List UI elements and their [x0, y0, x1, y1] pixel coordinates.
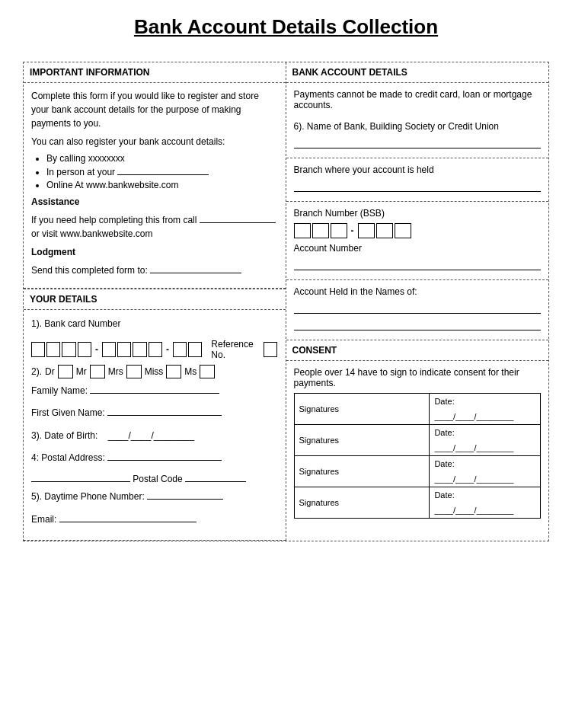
date-label-4: Date:: [434, 490, 535, 500]
consent-header: CONSENT: [286, 340, 549, 361]
ms-label: Ms: [184, 366, 197, 377]
bsb-boxes[interactable]: -: [294, 223, 542, 238]
consent-row-2: Signatures Date: ____/____/________: [294, 425, 541, 456]
mr-checkbox[interactable]: [90, 365, 105, 378]
signatures-label-3: Signatures: [299, 467, 340, 476]
your-details-header: YOUR DETAILS: [24, 289, 286, 310]
miss-checkbox[interactable]: [166, 365, 181, 378]
postal-row: 4: Postal Address:: [31, 450, 278, 467]
sig-cell-1[interactable]: Signatures: [294, 394, 430, 425]
bsb-box-2[interactable]: [312, 223, 329, 238]
ms-checkbox[interactable]: [200, 365, 215, 378]
phone-label: 5). Daytime Phone Number:: [31, 491, 145, 502]
bank-card-boxes[interactable]: - - Reference No.: [31, 339, 278, 360]
assistance-text: If you need help completing this from ca…: [31, 213, 278, 241]
family-name-label: Family Name:: [31, 385, 88, 396]
card-box-8[interactable]: [149, 342, 162, 357]
card-box-7[interactable]: [133, 342, 146, 357]
bsb-label: Branch Number (BSB): [294, 208, 542, 219]
date-cell-2: Date: ____/____/________: [430, 425, 541, 456]
postal-label: 4: Postal Address:: [31, 452, 105, 463]
bank-account-header: BANK ACCOUNT DETAILS: [286, 62, 549, 83]
account-held-label: Account Held in the Names of:: [294, 286, 542, 297]
bsb-box-1[interactable]: [294, 223, 311, 238]
mrs-label: Mrs: [108, 366, 123, 377]
first-name-label: First Given Name:: [31, 407, 105, 418]
payments-note: Payments cannot be made to credit card, …: [294, 89, 542, 110]
family-name-row: Family Name:: [31, 383, 278, 400]
important-info-header: IMPORTANT INFORMATION: [24, 62, 286, 83]
lodgment-text: Send this completed form to:: [31, 263, 278, 277]
bank-name-field[interactable]: [294, 138, 542, 148]
sig-cell-2[interactable]: Signatures: [294, 425, 430, 456]
account-held-section: Account Held in the Names of:: [286, 280, 549, 340]
reference-label: Reference No.: [211, 339, 259, 360]
consent-row-1: Signatures Date: ____/____/________: [294, 394, 541, 425]
consent-row-3: Signatures Date: ____/____/________: [294, 456, 541, 487]
date-cell-1: Date: ____/____/________: [430, 394, 541, 425]
reference-box[interactable]: [264, 342, 277, 357]
signatures-label-2: Signatures: [299, 436, 340, 445]
bank-card-row: 1). Bank card Number: [31, 316, 278, 333]
bsb-box-4[interactable]: [358, 223, 375, 238]
bank-card-label: 1). Bank card Number: [31, 318, 120, 329]
postal-code-label: Postal Code: [133, 474, 182, 484]
title-row: 2). Dr Mr Mrs Miss Ms: [31, 365, 278, 378]
sig-cell-3[interactable]: Signatures: [294, 456, 430, 487]
dob-label: 3). Date of Birth:: [31, 430, 97, 441]
first-name-row: First Given Name:: [31, 405, 278, 422]
postal-line2: Postal Code: [31, 473, 278, 484]
card-box-6[interactable]: [117, 342, 131, 357]
consent-body: People over 14 have to sign to indicate …: [286, 361, 549, 541]
date-cell-3: Date: ____/____/________: [430, 456, 541, 487]
account-number-field[interactable]: [294, 260, 542, 270]
email-row: Email:: [31, 512, 278, 528]
important-para-1: Complete this form if you would like to …: [31, 89, 278, 130]
signatures-label-1: Signatures: [299, 404, 340, 413]
card-box-3[interactable]: [62, 342, 75, 357]
list-item-person: In person at your: [46, 166, 278, 177]
bsb-box-6[interactable]: [395, 223, 411, 238]
mr-label: Mr: [76, 366, 87, 377]
miss-label: Miss: [145, 366, 164, 377]
important-para-2: You can also register your bank account …: [31, 135, 278, 148]
date-blanks-4: ____/____/________: [434, 506, 535, 515]
date-label-1: Date:: [434, 397, 535, 406]
account-number-label: Account Number: [294, 243, 542, 254]
assistance-header: Assistance: [31, 195, 278, 209]
your-details-body: 1). Bank card Number - - Reference No.: [24, 310, 286, 541]
mrs-checkbox[interactable]: [126, 365, 142, 378]
bank-name-label: 6). Name of Bank, Building Society or Cr…: [294, 121, 542, 132]
branch-field[interactable]: [294, 181, 542, 192]
date-blanks-2: ____/____/________: [434, 443, 535, 452]
sig-cell-4[interactable]: Signatures: [294, 487, 430, 519]
dr-label: Dr: [45, 366, 55, 377]
account-held-field2[interactable]: [294, 320, 542, 330]
lodgment-header: Lodgment: [31, 245, 278, 259]
email-label: Email:: [31, 514, 56, 525]
bank-account-body: Payments cannot be made to credit card, …: [286, 83, 549, 158]
card-box-1[interactable]: [31, 342, 45, 357]
card-box-2[interactable]: [46, 342, 60, 357]
card-box-5[interactable]: [102, 342, 116, 357]
bsb-section: Branch Number (BSB) - Account Number: [286, 202, 549, 280]
date-blanks-1: ____/____/________: [434, 412, 535, 421]
card-box-9[interactable]: [173, 342, 187, 357]
card-box-4[interactable]: [78, 342, 91, 357]
card-box-10[interactable]: [188, 342, 202, 357]
dob-blanks: ____/____/________: [108, 430, 194, 441]
consent-table: Signatures Date: ____/____/________ Sign…: [294, 393, 542, 519]
branch-section: Branch where your account is held: [286, 158, 549, 202]
bsb-box-5[interactable]: [376, 223, 393, 238]
dr-checkbox[interactable]: [58, 365, 73, 378]
page-title: Bank Account Details Collection: [23, 15, 549, 46]
date-blanks-3: ____/____/________: [434, 474, 535, 484]
dob-row: 3). Date of Birth: ____/____/________: [31, 428, 278, 445]
account-held-field[interactable]: [294, 303, 542, 314]
signatures-label-4: Signatures: [299, 498, 340, 507]
list-item-calling: By calling xxxxxxxx: [46, 153, 278, 164]
bsb-box-3[interactable]: [331, 223, 347, 238]
list-item-online: Online At www.bankwebsite.com: [46, 180, 278, 190]
title-label: 2).: [31, 366, 42, 377]
date-label-3: Date:: [434, 459, 535, 468]
